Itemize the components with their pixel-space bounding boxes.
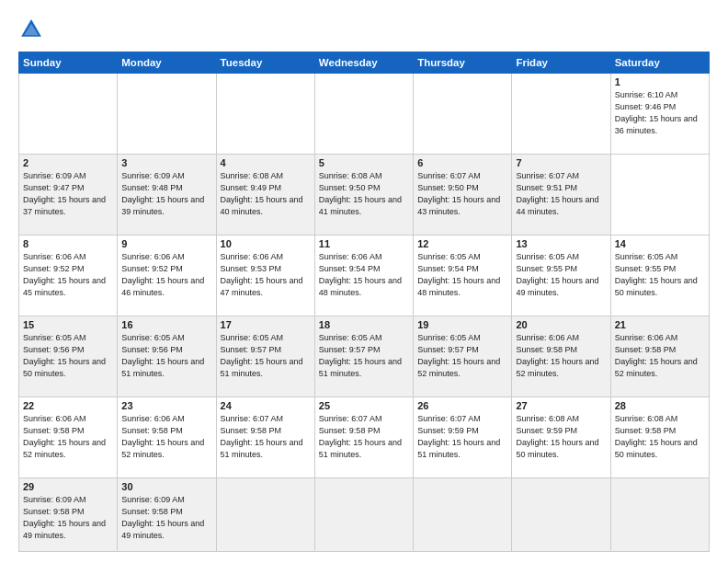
day-info: Sunrise: 6:07 AMSunset: 9:58 PMDaylight:… (221, 414, 303, 459)
day-number: 17 (221, 319, 311, 330)
column-header-wednesday: Wednesday (314, 52, 413, 74)
day-info: Sunrise: 6:08 AMSunset: 9:49 PMDaylight:… (221, 171, 303, 216)
day-number: 28 (615, 400, 705, 411)
calendar-cell: 25 Sunrise: 6:07 AMSunset: 9:58 PMDaylig… (314, 397, 413, 478)
calendar-cell: 2 Sunrise: 6:09 AMSunset: 9:47 PMDayligh… (19, 155, 118, 236)
day-info: Sunrise: 6:06 AMSunset: 9:52 PMDaylight:… (23, 252, 106, 297)
logo (18, 17, 48, 42)
calendar-cell (414, 74, 512, 155)
column-header-saturday: Saturday (610, 52, 709, 74)
day-number: 8 (23, 238, 113, 249)
calendar-cell (610, 478, 709, 552)
column-header-thursday: Thursday (414, 52, 512, 74)
calendar-cell: 15 Sunrise: 6:05 AMSunset: 9:56 PMDaylig… (19, 316, 118, 397)
calendar-cell: 3 Sunrise: 6:09 AMSunset: 9:48 PMDayligh… (118, 155, 216, 236)
calendar-body: 1 Sunrise: 6:10 AMSunset: 9:46 PMDayligh… (19, 74, 710, 552)
calendar-cell (19, 74, 118, 155)
day-number: 3 (121, 157, 211, 168)
day-number: 6 (417, 157, 507, 168)
day-info: Sunrise: 6:07 AMSunset: 9:51 PMDaylight:… (516, 171, 598, 216)
day-info: Sunrise: 6:08 AMSunset: 9:58 PMDaylight:… (615, 414, 698, 459)
day-info: Sunrise: 6:05 AMSunset: 9:55 PMDaylight:… (615, 252, 698, 297)
day-number: 5 (319, 157, 409, 168)
calendar-cell: 27 Sunrise: 6:08 AMSunset: 9:59 PMDaylig… (512, 397, 610, 478)
calendar-week-row: 15 Sunrise: 6:05 AMSunset: 9:56 PMDaylig… (19, 316, 710, 397)
day-info: Sunrise: 6:09 AMSunset: 9:48 PMDaylight:… (121, 171, 204, 216)
day-info: Sunrise: 6:06 AMSunset: 9:58 PMDaylight:… (516, 333, 598, 378)
calendar-week-row: 1 Sunrise: 6:10 AMSunset: 9:46 PMDayligh… (19, 74, 710, 155)
day-info: Sunrise: 6:06 AMSunset: 9:54 PMDaylight:… (319, 252, 402, 297)
calendar-cell: 14 Sunrise: 6:05 AMSunset: 9:55 PMDaylig… (610, 236, 709, 316)
day-number: 19 (417, 319, 507, 330)
day-number: 13 (516, 238, 606, 249)
calendar-cell (216, 478, 314, 552)
column-header-sunday: Sunday (19, 52, 118, 74)
day-info: Sunrise: 6:09 AMSunset: 9:47 PMDaylight:… (23, 171, 106, 216)
calendar-cell: 7 Sunrise: 6:07 AMSunset: 9:51 PMDayligh… (512, 155, 610, 236)
calendar-cell: 18 Sunrise: 6:05 AMSunset: 9:57 PMDaylig… (314, 316, 413, 397)
day-info: Sunrise: 6:09 AMSunset: 9:58 PMDaylight:… (23, 495, 106, 540)
day-number: 25 (319, 400, 409, 411)
day-info: Sunrise: 6:08 AMSunset: 9:50 PMDaylight:… (319, 171, 402, 216)
calendar-table: SundayMondayTuesdayWednesdayThursdayFrid… (18, 52, 710, 552)
day-number: 2 (23, 157, 113, 168)
calendar-cell: 8 Sunrise: 6:06 AMSunset: 9:52 PMDayligh… (19, 236, 118, 316)
calendar-week-row: 8 Sunrise: 6:06 AMSunset: 9:52 PMDayligh… (19, 236, 710, 316)
calendar-cell: 26 Sunrise: 6:07 AMSunset: 9:59 PMDaylig… (414, 397, 512, 478)
day-number: 18 (319, 319, 409, 330)
day-info: Sunrise: 6:10 AMSunset: 9:46 PMDaylight:… (615, 90, 698, 135)
calendar-cell: 28 Sunrise: 6:08 AMSunset: 9:58 PMDaylig… (610, 397, 709, 478)
day-number: 4 (221, 157, 311, 168)
calendar-cell: 1 Sunrise: 6:10 AMSunset: 9:46 PMDayligh… (610, 74, 709, 155)
calendar-cell: 9 Sunrise: 6:06 AMSunset: 9:52 PMDayligh… (118, 236, 216, 316)
calendar-cell: 13 Sunrise: 6:05 AMSunset: 9:55 PMDaylig… (512, 236, 610, 316)
calendar-cell: 6 Sunrise: 6:07 AMSunset: 9:50 PMDayligh… (414, 155, 512, 236)
calendar-cell: 29 Sunrise: 6:09 AMSunset: 9:58 PMDaylig… (19, 478, 118, 552)
day-info: Sunrise: 6:09 AMSunset: 9:58 PMDaylight:… (121, 495, 204, 540)
calendar-cell: 4 Sunrise: 6:08 AMSunset: 9:49 PMDayligh… (216, 155, 314, 236)
calendar-cell: 23 Sunrise: 6:06 AMSunset: 9:58 PMDaylig… (118, 397, 216, 478)
calendar-cell: 20 Sunrise: 6:06 AMSunset: 9:58 PMDaylig… (512, 316, 610, 397)
day-info: Sunrise: 6:05 AMSunset: 9:57 PMDaylight:… (221, 333, 303, 378)
calendar-cell: 30 Sunrise: 6:09 AMSunset: 9:58 PMDaylig… (118, 478, 216, 552)
day-info: Sunrise: 6:08 AMSunset: 9:59 PMDaylight:… (516, 414, 598, 459)
header (18, 17, 710, 42)
day-info: Sunrise: 6:06 AMSunset: 9:53 PMDaylight:… (221, 252, 303, 297)
day-info: Sunrise: 6:06 AMSunset: 9:58 PMDaylight:… (615, 333, 698, 378)
calendar-cell: 21 Sunrise: 6:06 AMSunset: 9:58 PMDaylig… (610, 316, 709, 397)
calendar-cell (216, 74, 314, 155)
page: SundayMondayTuesdayWednesdayThursdayFrid… (0, 0, 728, 563)
day-info: Sunrise: 6:05 AMSunset: 9:56 PMDaylight:… (121, 333, 204, 378)
calendar-cell: 12 Sunrise: 6:05 AMSunset: 9:54 PMDaylig… (414, 236, 512, 316)
day-number: 12 (417, 238, 507, 249)
day-info: Sunrise: 6:06 AMSunset: 9:58 PMDaylight:… (23, 414, 106, 459)
day-number: 1 (615, 76, 705, 87)
day-info: Sunrise: 6:05 AMSunset: 9:56 PMDaylight:… (23, 333, 106, 378)
day-number: 26 (417, 400, 507, 411)
day-info: Sunrise: 6:07 AMSunset: 9:50 PMDaylight:… (417, 171, 500, 216)
calendar-cell: 22 Sunrise: 6:06 AMSunset: 9:58 PMDaylig… (19, 397, 118, 478)
day-info: Sunrise: 6:07 AMSunset: 9:58 PMDaylight:… (319, 414, 402, 459)
day-info: Sunrise: 6:06 AMSunset: 9:58 PMDaylight:… (121, 414, 204, 459)
day-number: 15 (23, 319, 113, 330)
calendar-cell (314, 478, 413, 552)
day-number: 16 (121, 319, 211, 330)
day-number: 10 (221, 238, 311, 249)
day-number: 14 (615, 238, 705, 249)
calendar-cell: 19 Sunrise: 6:05 AMSunset: 9:57 PMDaylig… (414, 316, 512, 397)
calendar-cell: 11 Sunrise: 6:06 AMSunset: 9:54 PMDaylig… (314, 236, 413, 316)
calendar-cell: 16 Sunrise: 6:05 AMSunset: 9:56 PMDaylig… (118, 316, 216, 397)
day-number: 22 (23, 400, 113, 411)
day-number: 24 (221, 400, 311, 411)
calendar-cell: 10 Sunrise: 6:06 AMSunset: 9:53 PMDaylig… (216, 236, 314, 316)
day-info: Sunrise: 6:07 AMSunset: 9:59 PMDaylight:… (417, 414, 500, 459)
calendar-cell (314, 74, 413, 155)
day-number: 20 (516, 319, 606, 330)
calendar-cell (118, 74, 216, 155)
day-info: Sunrise: 6:06 AMSunset: 9:52 PMDaylight:… (121, 252, 204, 297)
day-number: 30 (121, 481, 211, 492)
day-info: Sunrise: 6:05 AMSunset: 9:55 PMDaylight:… (516, 252, 598, 297)
column-header-tuesday: Tuesday (216, 52, 314, 74)
day-info: Sunrise: 6:05 AMSunset: 9:57 PMDaylight:… (417, 333, 500, 378)
calendar-cell: 24 Sunrise: 6:07 AMSunset: 9:58 PMDaylig… (216, 397, 314, 478)
